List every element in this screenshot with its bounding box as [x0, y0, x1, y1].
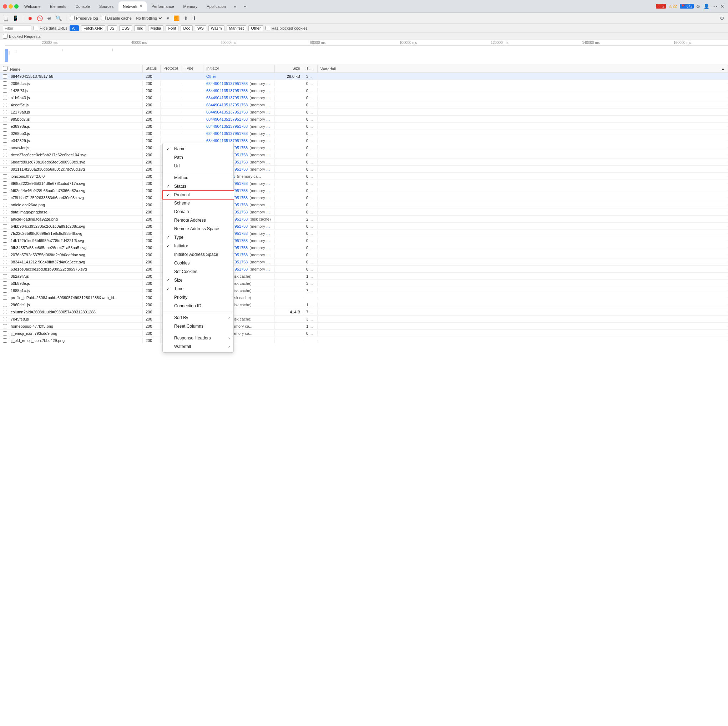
filter-btn-other[interactable]: Other [248, 25, 263, 31]
table-row[interactable]: 985bcd7.js 200 6844904135137951758 (memo… [0, 116, 728, 123]
menu-item-protocol[interactable]: ✓ Protocol [162, 190, 234, 199]
table-row[interactable]: column?aid=2608&uuid=6939057499312801288… [0, 308, 728, 316]
table-row[interactable]: c7f91fad712592633383df6aa430c93c.svg 200… [0, 194, 728, 201]
table-row[interactable]: 8f68a2223e9650f14d6e6781cdcd717a.svg 200… [0, 180, 728, 187]
row-checkbox[interactable] [3, 338, 7, 343]
row-checkbox[interactable] [3, 153, 7, 157]
table-row[interactable]: 7e45fe8.js 200 2096dca.js:1 (disk cache)… [0, 316, 728, 323]
filter-btn-doc[interactable]: Doc [180, 25, 193, 31]
menu-item-response-headers[interactable]: Response Headers › [163, 334, 233, 342]
table-row[interactable]: ionicons.ttf?v=2.0.0 200 ionicons.min.cs… [0, 173, 728, 180]
row-checkbox[interactable] [3, 196, 7, 200]
menu-item-initiator[interactable]: ✓ Initiator [163, 242, 233, 250]
table-row[interactable]: 1db122b1ec96bf6959c778fd2d4221f6.svg 200… [0, 237, 728, 244]
menu-item-reset-columns[interactable]: Reset Columns [163, 322, 233, 331]
table-row[interactable]: 0fb34557a53ec865abe26ee471a58aa5.svg 200… [0, 244, 728, 251]
menu-item-sort-by[interactable]: Sort By › [163, 313, 233, 322]
row-checkbox[interactable] [3, 146, 7, 150]
header-waterfall[interactable]: Waterfall ▲ [318, 65, 728, 72]
row-checkbox[interactable] [3, 117, 7, 121]
cell-initiator[interactable]: 6844904135137951758 (memory ca... [203, 124, 275, 129]
more-options-icon[interactable]: ⋯ [711, 3, 718, 10]
tab-sources[interactable]: Sources [95, 2, 118, 11]
filter-btn-fetch[interactable]: Fetch/XHR [81, 25, 105, 31]
search-icon[interactable]: 🔍 [55, 15, 63, 22]
row-checkbox[interactable] [3, 131, 7, 136]
upload-icon[interactable]: ⬆ [183, 15, 189, 22]
close-window-icon[interactable]: ✕ [719, 3, 725, 10]
has-blocked-cookies-input[interactable] [266, 26, 270, 30]
menu-item-remote-address[interactable]: Remote Address [163, 216, 233, 225]
table-row[interactable]: 0911114f258a2f38db56a80c2c7dc90d.svg 200… [0, 165, 728, 173]
table-row[interactable]: 6bdafd801c878b10edb5fed5d00969e9.svg 200… [0, 158, 728, 165]
table-row[interactable]: e38998a.js 200 6844904135137951758 (memo… [0, 123, 728, 130]
table-row[interactable]: b4bb964ccf932705c2c01c0a891c208c.svg 200… [0, 223, 728, 230]
row-checkbox[interactable] [3, 74, 7, 78]
select-all-checkbox[interactable] [3, 66, 8, 70]
table-row[interactable]: 1888a1c.js 200 2096dca.js:1 (disk cache)… [0, 287, 728, 294]
row-checkbox[interactable] [3, 96, 7, 100]
row-checkbox[interactable] [3, 239, 7, 243]
wifi-icon[interactable]: 📶 [173, 15, 180, 22]
tab-performance[interactable]: Performance [147, 2, 179, 11]
settings-icon[interactable]: ⚙ [695, 3, 701, 10]
row-checkbox[interactable] [3, 253, 7, 257]
table-row[interactable]: 2076a5792e53755d069fd2c9b0edfdac.svg 200… [0, 251, 728, 259]
menu-item-type[interactable]: ✓ Type [163, 233, 233, 242]
throttle-down-icon[interactable]: ▾ [166, 15, 170, 22]
filter-btn-wasm[interactable]: Wasm [208, 25, 225, 31]
row-checkbox[interactable] [3, 245, 7, 250]
table-row[interactable]: 083441141212 90a48ffdf37d4a0a6cec.svg 20… [0, 259, 728, 265]
add-tab-button[interactable]: + [239, 2, 250, 11]
blocked-requests-input[interactable] [3, 34, 8, 38]
row-checkbox[interactable] [3, 167, 7, 172]
tab-network[interactable]: Network ✕ [118, 2, 146, 11]
row-checkbox[interactable] [3, 210, 7, 214]
disable-cache-input[interactable] [101, 16, 106, 20]
tab-elements[interactable]: Elements [46, 2, 71, 11]
table-row[interactable]: 2960de1.js 200 2096dca.js:1 (disk cache)… [0, 301, 728, 308]
hide-data-urls-input[interactable] [34, 26, 38, 30]
table-row[interactable]: 12179a8.js 200 6844904135137951758 (memo… [0, 109, 728, 116]
table-row[interactable]: e342329.js 200 6844904135137951758 (memo… [0, 137, 728, 144]
account-icon[interactable]: 👤 [703, 3, 710, 10]
cell-initiator[interactable]: 6844904135137951758 (memory ca... [203, 109, 275, 115]
menu-item-time[interactable]: ✓ Time [163, 285, 233, 293]
download-icon[interactable]: ⬇ [192, 15, 197, 22]
inspect-icon[interactable]: ⬚ [3, 15, 9, 22]
row-checkbox[interactable] [3, 181, 7, 185]
menu-item-path[interactable]: Path [163, 153, 233, 162]
menu-item-initiator-address-space[interactable]: Initiator Address Space [163, 250, 233, 259]
info-badge[interactable]: 🚩 372 [680, 4, 694, 9]
device-icon[interactable]: 📱 [12, 15, 19, 22]
table-row[interactable]: b0b893e.js 200 2096dca.js:1 (disk cache)… [0, 280, 728, 287]
filter-btn-manifest[interactable]: Manifest [226, 25, 246, 31]
header-protocol[interactable]: Protocol [161, 65, 182, 72]
table-row[interactable]: acrawler.js 200 6844904135137951758 (mem… [0, 144, 728, 151]
menu-item-priority[interactable]: Priority [163, 293, 233, 302]
table-row[interactable]: 4eeef5c.js 200 6844904135137951758 (memo… [0, 101, 728, 109]
filter-btn-font[interactable]: Font [165, 25, 179, 31]
table-row[interactable]: 7fc22c26599fcf0896e91e8c8cf93549.svg 200… [0, 230, 728, 237]
filter-btn-img[interactable]: Img [134, 25, 145, 31]
row-checkbox[interactable] [3, 103, 7, 107]
row-checkbox[interactable] [3, 303, 7, 307]
row-checkbox[interactable] [3, 288, 7, 293]
traffic-light-green[interactable] [14, 4, 18, 9]
table-row[interactable]: jj_old_emoji_icon.7bbc429.png 200 h2 png… [0, 337, 728, 344]
tab-application[interactable]: Application [202, 2, 230, 11]
header-type[interactable]: Type [182, 65, 203, 72]
row-checkbox[interactable] [3, 110, 7, 114]
menu-item-url[interactable]: Url [163, 162, 233, 170]
row-checkbox[interactable] [3, 174, 7, 178]
header-time[interactable]: Ti... [303, 65, 318, 72]
cell-initiator[interactable]: Other [203, 74, 275, 79]
table-row[interactable]: homepopup.477bff5.png 200 1425f8f.js:2 (… [0, 323, 728, 330]
filter-icon[interactable]: ⊕ [46, 15, 52, 22]
preserve-log-input[interactable] [70, 16, 75, 20]
tab-memory[interactable]: Memory [179, 2, 202, 11]
menu-item-domain[interactable]: Domain [163, 207, 233, 216]
table-row[interactable]: 63e1ce0acc0e1bd3b1b98b522cdb5976.svg 200… [0, 265, 728, 273]
filter-btn-js[interactable]: JS [107, 25, 117, 31]
menu-item-size[interactable]: ✓ Size [163, 276, 233, 285]
